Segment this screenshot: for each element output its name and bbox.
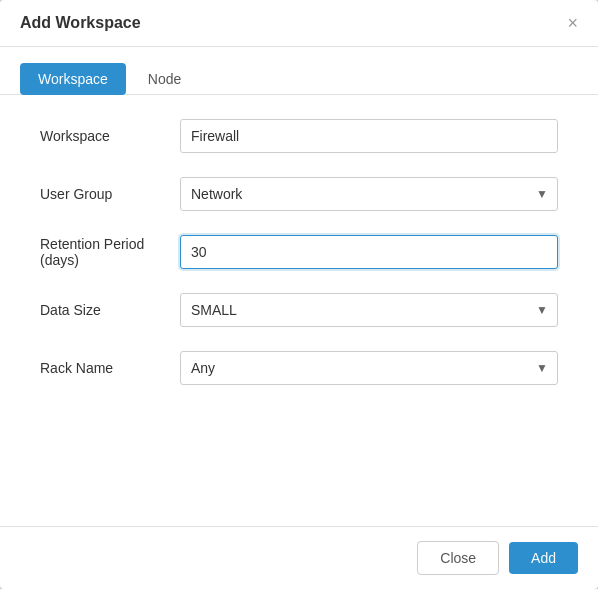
workspace-label: Workspace [40, 128, 180, 144]
retention-period-row: Retention Period (days) [40, 235, 558, 269]
modal-header: Add Workspace × [0, 0, 598, 47]
close-button[interactable]: Close [417, 541, 499, 575]
modal-body: Workspace User Group Network Admin Guest… [0, 95, 598, 526]
tab-node[interactable]: Node [130, 63, 199, 95]
tab-workspace[interactable]: Workspace [20, 63, 126, 95]
data-size-label: Data Size [40, 302, 180, 318]
user-group-label: User Group [40, 186, 180, 202]
retention-period-input[interactable] [180, 235, 558, 269]
rack-name-label: Rack Name [40, 360, 180, 376]
add-button[interactable]: Add [509, 542, 578, 574]
modal: Add Workspace × Workspace Node Workspace… [0, 0, 598, 589]
workspace-input[interactable] [180, 119, 558, 153]
user-group-select[interactable]: Network Admin Guest [180, 177, 558, 211]
user-group-select-wrapper: Network Admin Guest ▼ [180, 177, 558, 211]
rack-name-row: Rack Name Any Rack 1 Rack 2 ▼ [40, 351, 558, 385]
retention-period-label: Retention Period (days) [40, 236, 180, 268]
data-size-select[interactable]: SMALL MEDIUM LARGE [180, 293, 558, 327]
rack-name-select-wrapper: Any Rack 1 Rack 2 ▼ [180, 351, 558, 385]
workspace-row: Workspace [40, 119, 558, 153]
modal-footer: Close Add [0, 526, 598, 589]
user-group-row: User Group Network Admin Guest ▼ [40, 177, 558, 211]
modal-title: Add Workspace [20, 14, 141, 32]
close-icon[interactable]: × [567, 14, 578, 32]
data-size-select-wrapper: SMALL MEDIUM LARGE ▼ [180, 293, 558, 327]
modal-tabs: Workspace Node [0, 47, 598, 95]
data-size-row: Data Size SMALL MEDIUM LARGE ▼ [40, 293, 558, 327]
rack-name-select[interactable]: Any Rack 1 Rack 2 [180, 351, 558, 385]
